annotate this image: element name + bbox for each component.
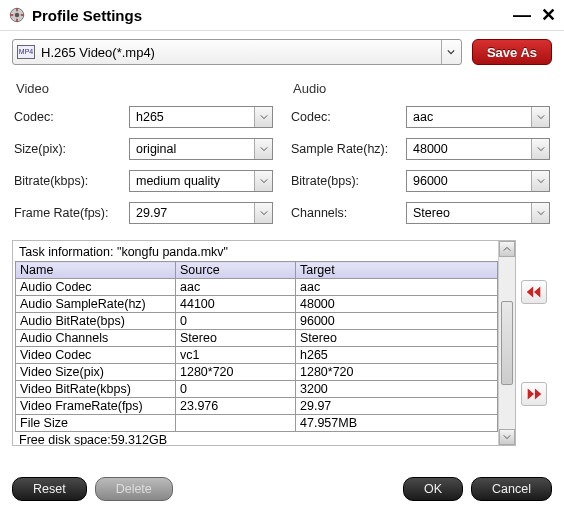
audio-heading: Audio	[293, 81, 550, 96]
reset-button[interactable]: Reset	[12, 477, 87, 501]
cell-name: Video Size(pix)	[16, 364, 176, 381]
cell-target: 1280*720	[296, 364, 498, 381]
video-size-label: Size(pix):	[14, 142, 129, 156]
table-row[interactable]: Audio SampleRate(hz)4410048000	[16, 296, 498, 313]
audio-sr-label: Sample Rate(hz):	[291, 142, 406, 156]
scroll-thumb[interactable]	[501, 301, 513, 385]
chevron-down-icon[interactable]	[254, 139, 272, 159]
audio-codec-select[interactable]: aac	[406, 106, 550, 128]
video-size-select[interactable]: original	[129, 138, 273, 160]
profile-select-value: H.265 Video(*.mp4)	[41, 45, 441, 60]
cell-source: 23.976	[176, 398, 296, 415]
delete-button: Delete	[95, 477, 173, 501]
cell-name: Video FrameRate(fps)	[16, 398, 176, 415]
table-row[interactable]: Video Size(pix)1280*7201280*720	[16, 364, 498, 381]
app-icon	[8, 6, 26, 24]
task-info-panel: Task information: "kongfu panda.mkv" Nam…	[12, 240, 516, 446]
cell-target: Stereo	[296, 330, 498, 347]
table-row[interactable]: Audio BitRate(bps)096000	[16, 313, 498, 330]
cell-name: Audio Codec	[16, 279, 176, 296]
footer: Reset Delete OK Cancel	[0, 477, 564, 501]
scrollbar[interactable]	[498, 241, 515, 445]
task-table: Name Source Target Audio CodecaacaacAudi…	[15, 261, 498, 432]
chevron-down-icon[interactable]	[531, 139, 549, 159]
cell-target: h265	[296, 347, 498, 364]
window-title: Profile Settings	[32, 7, 503, 24]
prev-button[interactable]	[521, 280, 547, 304]
video-bitrate-select[interactable]: medium quality	[129, 170, 273, 192]
cell-source	[176, 415, 296, 432]
cell-name: Audio Channels	[16, 330, 176, 347]
col-target[interactable]: Target	[296, 262, 498, 279]
audio-bitrate-label: Bitrate(bps):	[291, 174, 406, 188]
cell-source: 1280*720	[176, 364, 296, 381]
chevron-down-icon[interactable]	[254, 171, 272, 191]
next-button[interactable]	[521, 382, 547, 406]
title-bar: Profile Settings — ✕	[0, 0, 564, 31]
cell-target: 96000	[296, 313, 498, 330]
table-row[interactable]: Video BitRate(kbps)03200	[16, 381, 498, 398]
cell-name: Audio SampleRate(hz)	[16, 296, 176, 313]
ok-button[interactable]: OK	[403, 477, 463, 501]
table-row[interactable]: Audio ChannelsStereoStereo	[16, 330, 498, 347]
task-caption: Task information: "kongfu panda.mkv"	[15, 243, 498, 261]
chevron-down-icon[interactable]	[531, 203, 549, 223]
free-disk-label: Free disk space:59.312GB	[15, 432, 498, 445]
audio-sr-select[interactable]: 48000	[406, 138, 550, 160]
cell-source: vc1	[176, 347, 296, 364]
cell-target: aac	[296, 279, 498, 296]
minimize-button[interactable]: —	[513, 5, 531, 26]
audio-codec-label: Codec:	[291, 110, 406, 124]
cell-name: File Size	[16, 415, 176, 432]
col-source[interactable]: Source	[176, 262, 296, 279]
video-bitrate-label: Bitrate(kbps):	[14, 174, 129, 188]
cell-name: Video Codec	[16, 347, 176, 364]
cancel-button[interactable]: Cancel	[471, 477, 552, 501]
cell-name: Video BitRate(kbps)	[16, 381, 176, 398]
table-row[interactable]: Audio Codecaacaac	[16, 279, 498, 296]
cell-name: Audio BitRate(bps)	[16, 313, 176, 330]
col-name[interactable]: Name	[16, 262, 176, 279]
chevron-down-icon[interactable]	[254, 203, 272, 223]
format-icon: MP4	[17, 45, 35, 59]
scroll-up-icon[interactable]	[499, 241, 515, 257]
svg-point-1	[15, 13, 20, 18]
audio-ch-label: Channels:	[291, 206, 406, 220]
cell-source: aac	[176, 279, 296, 296]
chevron-down-icon[interactable]	[441, 40, 461, 64]
cell-target: 29.97	[296, 398, 498, 415]
table-row[interactable]: File Size47.957MB	[16, 415, 498, 432]
save-as-button[interactable]: Save As	[472, 39, 552, 65]
video-codec-select[interactable]: h265	[129, 106, 273, 128]
audio-bitrate-select[interactable]: 96000	[406, 170, 550, 192]
chevron-down-icon[interactable]	[531, 171, 549, 191]
video-panel: Video Codec: h265 Size(pix): original Bi…	[14, 75, 273, 234]
audio-ch-select[interactable]: Stereo	[406, 202, 550, 224]
cell-target: 3200	[296, 381, 498, 398]
cell-source: 44100	[176, 296, 296, 313]
video-codec-label: Codec:	[14, 110, 129, 124]
cell-source: Stereo	[176, 330, 296, 347]
cell-source: 0	[176, 381, 296, 398]
chevron-down-icon[interactable]	[531, 107, 549, 127]
audio-panel: Audio Codec: aac Sample Rate(hz): 48000 …	[291, 75, 550, 234]
chevron-down-icon[interactable]	[254, 107, 272, 127]
scroll-down-icon[interactable]	[499, 429, 515, 445]
cell-target: 47.957MB	[296, 415, 498, 432]
video-heading: Video	[16, 81, 273, 96]
table-row[interactable]: Video Codecvc1h265	[16, 347, 498, 364]
close-button[interactable]: ✕	[541, 4, 556, 26]
profile-select[interactable]: MP4 H.265 Video(*.mp4)	[12, 39, 462, 65]
video-fps-label: Frame Rate(fps):	[14, 206, 129, 220]
cell-source: 0	[176, 313, 296, 330]
video-fps-select[interactable]: 29.97	[129, 202, 273, 224]
table-row[interactable]: Video FrameRate(fps)23.97629.97	[16, 398, 498, 415]
cell-target: 48000	[296, 296, 498, 313]
